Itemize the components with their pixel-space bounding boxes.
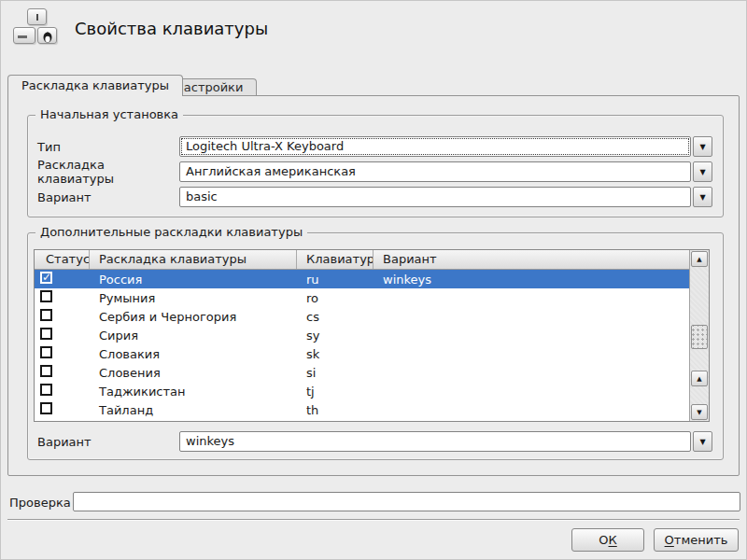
keyboard-key-icon [27,8,47,25]
row-checkbox[interactable] [40,365,52,377]
row-layout-name: Сирия [90,329,297,343]
table-body: Россия ru winkeys Румыния ro Сербия и Че… [35,270,689,419]
test-label: Проверка [9,496,71,510]
row-checkbox[interactable] [40,346,52,358]
column-header-status[interactable]: Статус [35,250,90,269]
row-keyboard-code: ro [297,291,374,305]
chevron-down-icon[interactable]: ▼ [693,161,712,182]
table-header: Статус Раскладка клавиатуры Клавиатура В… [35,250,689,270]
row-keyboard-code: cs [297,310,374,324]
row-layout-name: Словения [90,366,297,380]
row-keyboard-code: th [297,403,374,417]
group-label: Дополнительные раскладки клавиатуры [35,225,307,240]
scroll-up-button[interactable]: ▲ [691,251,708,267]
cancel-button[interactable]: Отменить [654,528,739,552]
row-layout-name: Тайланд [90,403,297,417]
row-checkbox[interactable] [40,290,52,302]
chevron-down-icon[interactable]: ▼ [693,136,712,157]
column-header-layout[interactable]: Раскладка клавиатуры [90,250,297,269]
tab-keyboard-layout[interactable]: Раскладка клавиатуры [7,75,183,96]
table-row[interactable]: Россия ru winkeys [35,270,689,288]
table-row[interactable]: Сербия и Черногория cs [35,307,689,326]
row-keyboard-code: ru [297,273,374,287]
ok-button[interactable]: ОК [571,528,644,552]
scroll-up-button[interactable]: ▲ [691,371,708,386]
row-keyboard-code: si [297,366,374,380]
tux-key-icon [37,27,57,44]
tab-panel: Начальная установка Тип Logitech Ultra-X… [7,95,740,476]
type-combobox-value[interactable]: Logitech Ultra-X Keyboard [179,136,691,157]
row-checkbox[interactable] [40,402,52,414]
table-row[interactable]: Словакия sk [35,344,689,363]
bottom-variant-combobox-value[interactable]: winkeys [179,431,691,452]
row-keyboard-code: sk [297,347,374,361]
keyboard-key-icon [13,27,35,44]
type-label: Тип [37,140,179,154]
chevron-down-icon[interactable]: ▼ [693,187,712,207]
layouts-table: Статус Раскладка клавиатуры Клавиатура В… [34,249,710,422]
variant-combobox[interactable]: basic ▼ [179,187,712,207]
row-layout-name: Словакия [90,347,297,361]
variant-label: Вариант [37,190,179,204]
scroll-down-button[interactable]: ▼ [691,404,708,420]
table-row[interactable]: Румыния ro [35,288,689,307]
table-row[interactable]: Тайланд th [35,400,689,419]
layout-label: Раскладка клавиатуры [37,158,179,186]
page-title: Свойства клавиатуры [75,19,268,38]
row-checkbox[interactable] [40,328,52,340]
initial-setup-group: Начальная установка Тип Logitech Ultra-X… [27,115,724,217]
bottom-variant-combobox[interactable]: winkeys ▼ [179,431,712,452]
column-header-variant[interactable]: Вариант [374,250,689,269]
row-variant: winkeys [374,273,689,287]
row-checkbox[interactable] [40,272,52,284]
layout-combobox[interactable]: Английская американская ▼ [179,161,712,182]
row-keyboard-code: sy [297,329,374,343]
vertical-scrollbar[interactable]: ▲ ▲ ▼ [689,250,709,421]
test-input[interactable] [73,492,740,511]
scrollbar-thumb[interactable] [691,325,708,349]
bottom-variant-label: Вариант [37,435,179,449]
additional-layouts-group: Дополнительные раскладки клавиатуры Стат… [27,232,724,460]
keyboard-icon [12,8,61,51]
row-checkbox[interactable] [40,309,52,321]
row-keyboard-code: tj [297,385,374,399]
row-layout-name: Сербия и Черногория [90,310,297,324]
table-row[interactable]: Сирия sy [35,326,689,344]
layout-combobox-value[interactable]: Английская американская [179,161,691,182]
variant-combobox-value[interactable]: basic [179,187,691,207]
column-header-keyboard[interactable]: Клавиатура [297,250,374,269]
type-combobox[interactable]: Logitech Ultra-X Keyboard ▼ [179,136,712,157]
row-layout-name: Таджикистан [90,385,297,399]
table-row[interactable]: Таджикистан tj [35,382,689,400]
separator [7,519,740,521]
group-label: Начальная установка [35,107,183,122]
chevron-down-icon[interactable]: ▼ [693,431,712,452]
row-layout-name: Румыния [90,291,297,305]
row-checkbox[interactable] [40,384,52,396]
keyboard-properties-dialog: { "window": { "title": "Свойства клавиат… [0,0,747,560]
table-row[interactable]: Словения si [35,363,689,382]
row-layout-name: Россия [90,273,297,287]
